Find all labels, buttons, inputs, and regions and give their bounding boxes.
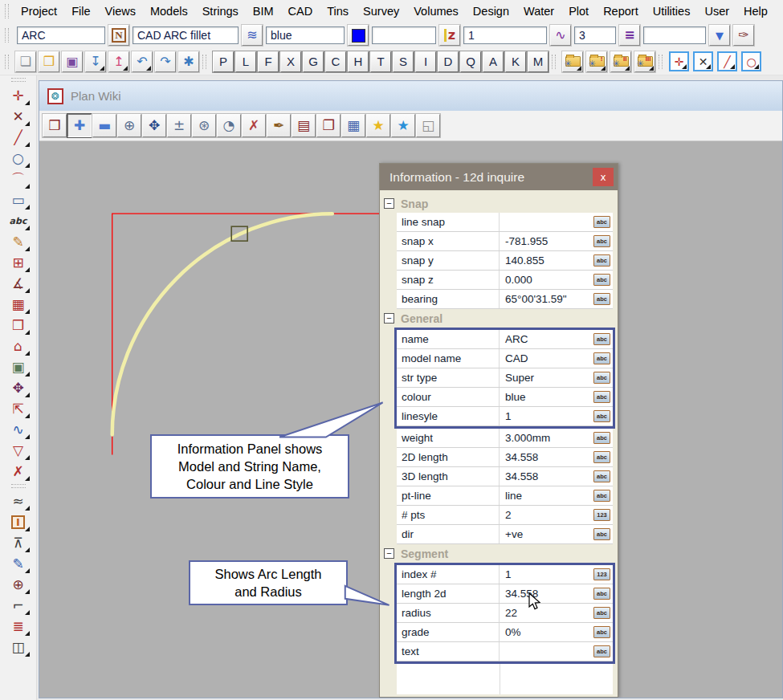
collapse-icon[interactable]: − [384,313,394,324]
measure-tool[interactable]: ∡ [6,273,31,294]
plan-canvas[interactable]: Information - 12d inquire x −Snapline sn… [39,141,782,698]
toolbar-grip[interactable] [659,55,663,69]
field-value[interactable]: 140.855 [500,254,593,267]
toolbar-grip[interactable] [5,28,9,43]
toolbar-grip[interactable] [5,55,9,69]
text-tool[interactable]: abc [6,210,31,231]
models-button[interactable]: ≋ [242,25,263,46]
field-numeric-edit-button[interactable]: 123 [593,509,610,521]
raster-tools-tool[interactable]: ◫ [6,637,31,657]
field-value[interactable]: +ve [500,528,593,540]
menu-file[interactable]: File [64,5,97,18]
close-icon[interactable]: x [593,168,614,186]
image-point-tool[interactable]: ▣ [6,356,31,377]
survey-instrument-tool[interactable]: ⊼ [6,532,31,553]
letter-q-button[interactable]: Q [460,51,481,72]
freehand-tool[interactable]: ≈ [6,490,31,511]
letter-k-button[interactable]: K [505,51,526,72]
cross-snap-button[interactable]: ✕ [693,51,713,71]
model-folder-2-button[interactable]: ✳II [610,51,631,72]
settings-gear-button[interactable]: ✱ [178,51,199,72]
letter-h-button[interactable]: H [348,51,369,72]
cross-strings-tool[interactable]: ✕ [6,106,31,127]
menu-models[interactable]: Models [143,5,195,18]
linestyle-button[interactable]: ∿ [550,25,571,46]
arc-tool[interactable]: ⌒ [6,169,31,189]
string-name-input[interactable] [17,26,105,44]
field-value[interactable]: -781.955 [500,235,593,247]
menu-project[interactable]: Project [14,5,64,18]
copy-shapes-tool[interactable]: ❒ [6,315,31,336]
segment-colour-tool[interactable]: ∿ [6,419,31,440]
tinable-input[interactable] [643,26,706,44]
circle-tool[interactable]: ○ [6,148,31,169]
menu-views[interactable]: Views [98,5,143,18]
letter-d-button[interactable]: D [438,51,459,72]
rectangle-tool[interactable]: ▭ [6,189,31,210]
field-text-edit-button[interactable]: abc [593,451,610,463]
field-value[interactable]: 34.558 [500,588,593,600]
pan-button[interactable]: ✥ [142,114,166,137]
letter-i-button[interactable]: I [415,51,436,72]
zoom-previous-button[interactable]: ◔ [217,114,241,137]
import-button[interactable]: ↧ [85,51,106,72]
zoom-dynamic-button[interactable]: ± [167,114,191,137]
field-text-edit-button[interactable]: abc [593,216,610,228]
letter-t-button[interactable]: T [370,51,391,72]
menu-user[interactable]: User [697,5,736,18]
note-edit-tool[interactable]: ✎ [6,553,31,574]
field-text-edit-button[interactable]: abc [593,293,610,305]
field-text-edit-button[interactable]: abc [593,607,610,619]
field-value[interactable]: 22 [500,607,593,619]
line-snap-button[interactable]: ╱ [717,51,737,71]
weight-input[interactable] [574,26,616,44]
zoom-window-button[interactable]: ⊛ [192,114,216,137]
shield-tool[interactable]: ▽ [6,440,31,461]
field-value[interactable]: ARC [500,333,593,345]
road-section-tool[interactable]: ⊕ [6,574,31,595]
menu-report[interactable]: Report [596,5,646,18]
letter-x-button[interactable]: X [280,51,301,72]
interval-tool[interactable]: I [6,511,31,532]
export-button[interactable]: ↥ [108,51,129,72]
height-button[interactable]: z [439,25,460,46]
model-folder-3-button[interactable]: ✳III [634,51,655,72]
model-folder-1-button[interactable]: ✳! [586,51,607,72]
railway-tool[interactable]: ≣ [6,616,31,637]
menu-utilities[interactable]: Utilities [646,5,698,18]
toolbar-grip[interactable] [11,78,26,82]
new-file-button[interactable]: ❏ [15,51,36,72]
zoom-in-button[interactable]: ✚ [67,114,92,137]
toolbar-grip[interactable] [5,4,9,18]
weight-button[interactable]: ≡ [619,25,640,46]
eyedropper-button[interactable]: ✑ [733,25,754,46]
field-text-edit-button[interactable]: abc [593,391,610,403]
letter-c-button[interactable]: C [325,51,346,72]
model-folder-cube-button[interactable]: ✳ [562,51,583,72]
field-numeric-edit-button[interactable]: 123 [593,568,610,580]
zoom-out-button[interactable]: ▬ [92,114,116,137]
menu-survey[interactable]: Survey [356,5,406,18]
field-text-edit-button[interactable]: abc [593,588,610,600]
menu-design[interactable]: Design [466,5,516,18]
dropdown-button[interactable]: ▼ [709,25,730,46]
zoom-extents-button[interactable]: ⊕ [117,114,141,137]
snaps-toggle-button[interactable]: ✗ [242,114,266,137]
plan-window-titlebar[interactable]: ❂ Plan Wiki [39,81,782,111]
move-tool[interactable]: ✥ [6,377,31,398]
field-text-edit-button[interactable]: abc [593,645,610,657]
linestyle-input[interactable] [463,26,547,44]
field-text-edit-button[interactable]: abc [593,333,610,345]
tile-views-button[interactable]: ❒ [43,114,67,137]
field-value[interactable]: 0% [500,626,593,638]
field-text-edit-button[interactable]: abc [593,528,610,540]
menu-volumes[interactable]: Volumes [406,5,466,18]
menu-strings[interactable]: Strings [195,5,246,18]
undo-button[interactable]: ↶ [132,51,153,72]
redraw-button[interactable]: ✒ [267,114,291,137]
line-tool[interactable]: ╱ [6,127,31,148]
favourite-yellow-button[interactable]: ★ [366,114,390,137]
height-input[interactable] [372,26,436,44]
function-input[interactable] [133,26,239,44]
field-text-edit-button[interactable]: abc [593,470,610,482]
